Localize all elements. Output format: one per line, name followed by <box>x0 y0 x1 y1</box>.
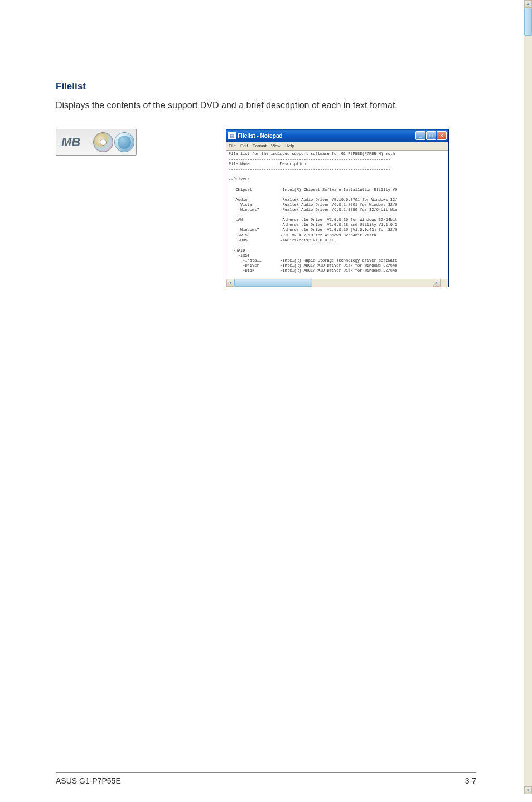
footer-page-number: 3-7 <box>465 776 476 785</box>
close-button[interactable]: × <box>437 131 447 140</box>
footer-product: ASUS G1-P7P55E <box>56 776 121 785</box>
scroll-up-arrow-icon[interactable]: ▴ <box>524 0 532 8</box>
notepad-content[interactable]: File list for the included support softw… <box>226 151 399 279</box>
content-row: MB ▤ Filelist - Notepad _ □ × File Edit … <box>56 129 476 287</box>
section-description: Displays the contents of the support DVD… <box>56 99 476 112</box>
notepad-window-wrapper: ▤ Filelist - Notepad _ □ × File Edit For… <box>226 129 449 287</box>
minimize-button[interactable]: _ <box>415 131 425 140</box>
menu-edit[interactable]: Edit <box>240 143 248 148</box>
scroll-corner <box>441 279 448 287</box>
notepad-menubar: File Edit Format View Help <box>226 142 448 151</box>
vertical-scrollbar[interactable]: ▴ ▾ <box>524 0 532 794</box>
window-buttons: _ □ × <box>415 131 447 140</box>
file-list-header: File list for the included support softw… <box>229 152 395 156</box>
column-header-filename: File Name <box>229 162 250 166</box>
file-tree-text: --Drivers -Chipset -Intel(R) Chipset Sof… <box>229 177 397 273</box>
step-badge <box>114 132 134 152</box>
scroll-right-arrow-icon[interactable]: ▸ <box>433 279 441 287</box>
page-footer: ASUS G1-P7P55E 3-7 <box>56 772 476 785</box>
notepad-window: ▤ Filelist - Notepad _ □ × File Edit For… <box>226 129 449 287</box>
menu-help[interactable]: Help <box>285 143 294 148</box>
scroll-left-arrow-icon[interactable]: ◂ <box>226 279 234 287</box>
section-title: Filelist <box>56 81 476 92</box>
mb-label: MB <box>58 135 92 149</box>
menu-format[interactable]: Format <box>253 143 267 148</box>
notepad-title: Filelist - Notepad <box>238 133 414 139</box>
scroll-down-arrow-icon[interactable]: ▾ <box>524 786 532 794</box>
notepad-titlebar: ▤ Filelist - Notepad _ □ × <box>226 129 448 142</box>
maximize-button[interactable]: □ <box>426 131 436 140</box>
horizontal-scrollbar[interactable]: ◂ ▸ <box>226 279 441 287</box>
column-header-description: Description <box>280 162 306 166</box>
vertical-scroll-thumb[interactable] <box>524 8 532 36</box>
menu-file[interactable]: File <box>229 143 236 148</box>
dvd-icon-box: MB <box>56 129 137 156</box>
disc-icon <box>93 132 113 152</box>
menu-view[interactable]: View <box>271 143 280 148</box>
notepad-app-icon: ▤ <box>228 132 236 139</box>
horizontal-scroll-thumb[interactable] <box>234 279 312 287</box>
